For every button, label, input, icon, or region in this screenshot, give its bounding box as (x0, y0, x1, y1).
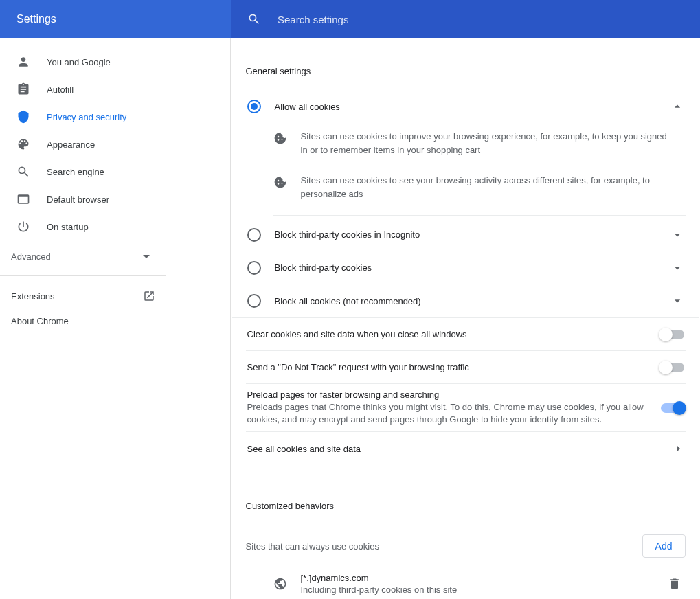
toggle-preload-pages[interactable]: Preload pages for faster browsing and se… (246, 384, 686, 432)
link-see-all-cookies[interactable]: See all cookies and site data (246, 432, 686, 465)
browser-icon (16, 192, 30, 206)
open-in-new-icon (143, 290, 155, 302)
link-label: See all cookies and site data (247, 444, 677, 454)
chevron-down-icon (670, 228, 684, 242)
option-allow-all-cookies[interactable]: Allow all cookies (246, 90, 686, 123)
extensions-label: Extensions (11, 291, 55, 302)
cookie-icon (273, 131, 287, 145)
sidebar-item-label: Privacy and security (47, 112, 126, 122)
site-name: [*.]dynamics.com (301, 573, 668, 583)
sidebar-item-search-engine[interactable]: Search engine (0, 158, 230, 185)
option-description: Sites can use cookies to improve your br… (301, 130, 672, 157)
sidebar-advanced[interactable]: Advanced (0, 240, 166, 273)
sidebar-about-chrome[interactable]: About Chrome (0, 309, 166, 333)
advanced-label: Advanced (11, 251, 51, 262)
chevron-down-icon (143, 255, 150, 258)
sidebar: You and Google Autofill Privacy and secu… (0, 38, 231, 599)
settings-title: Settings (0, 0, 231, 38)
radio-icon (247, 228, 261, 242)
radio-selected-icon (247, 100, 261, 113)
arrow-right-icon (677, 445, 680, 452)
option-label: Block third-party cookies in Incognito (275, 229, 670, 240)
chevron-down-icon (670, 294, 684, 308)
clipboard-icon (16, 82, 30, 96)
option-label: Block third-party cookies (275, 262, 670, 273)
site-row: [*.]dynamics.com Including third-party c… (246, 569, 686, 599)
radio-icon (247, 261, 261, 275)
switch[interactable] (661, 330, 684, 339)
sidebar-item-default-browser[interactable]: Default browser (0, 185, 230, 213)
add-button[interactable]: Add (642, 534, 686, 558)
site-sublabel: Including third-party cookies on this si… (301, 585, 668, 595)
chevron-up-icon (670, 100, 684, 113)
radio-icon (247, 294, 261, 308)
toggle-label: Send a "Do Not Track" request with your … (247, 362, 650, 372)
switch[interactable] (661, 363, 684, 372)
sidebar-item-appearance[interactable]: Appearance (0, 131, 230, 158)
person-icon (16, 55, 30, 69)
power-icon (16, 220, 30, 234)
section-general-settings: General settings (246, 66, 686, 76)
option-label: Allow all cookies (275, 102, 670, 112)
switch[interactable] (661, 403, 684, 413)
sidebar-item-label: On startup (47, 222, 89, 232)
shield-icon (16, 110, 30, 124)
sidebar-item-label: Default browser (47, 194, 109, 205)
toggle-label: Preload pages for faster browsing and se… (247, 389, 650, 400)
sidebar-item-privacy-security[interactable]: Privacy and security (0, 103, 230, 131)
toggle-clear-cookies-on-close[interactable]: Clear cookies and site data when you clo… (246, 318, 686, 351)
sidebar-item-label: Autofill (47, 84, 74, 95)
content-area: General settings Allow all cookies Sites… (231, 38, 700, 599)
option-description: Sites can use cookies to see your browsi… (301, 174, 672, 201)
sidebar-item-on-startup[interactable]: On startup (0, 213, 230, 240)
divider (0, 275, 166, 276)
option-label: Block all cookies (not recommended) (275, 296, 670, 306)
about-label: About Chrome (11, 316, 69, 326)
sidebar-item-you-and-google[interactable]: You and Google (0, 48, 230, 76)
sidebar-item-label: You and Google (47, 57, 111, 67)
globe-icon (273, 577, 287, 591)
sidebar-extensions[interactable]: Extensions (0, 283, 166, 309)
cookie-icon (273, 175, 287, 189)
search-icon (247, 12, 261, 26)
section-customized-behaviors: Customized behaviors (246, 501, 686, 511)
toggle-label: Clear cookies and site data when you clo… (247, 329, 650, 339)
search-input[interactable] (278, 14, 552, 25)
always-allow-label: Sites that can always use cookies (246, 541, 379, 552)
sidebar-item-label: Appearance (47, 139, 95, 150)
option-block-third-party-incognito[interactable]: Block third-party cookies in Incognito (246, 218, 686, 251)
toggle-do-not-track[interactable]: Send a "Do Not Track" request with your … (246, 351, 686, 384)
sidebar-item-label: Search engine (47, 167, 104, 177)
option-block-third-party[interactable]: Block third-party cookies (246, 251, 686, 284)
trash-icon[interactable] (668, 577, 681, 591)
divider (273, 215, 686, 216)
toggle-sublabel: Preloads pages that Chrome thinks you mi… (247, 401, 650, 426)
option-block-all-cookies[interactable]: Block all cookies (not recommended) (246, 284, 686, 317)
chevron-down-icon (670, 261, 684, 275)
palette-icon (16, 137, 30, 151)
search-icon (16, 165, 30, 179)
sidebar-item-autofill[interactable]: Autofill (0, 76, 230, 103)
